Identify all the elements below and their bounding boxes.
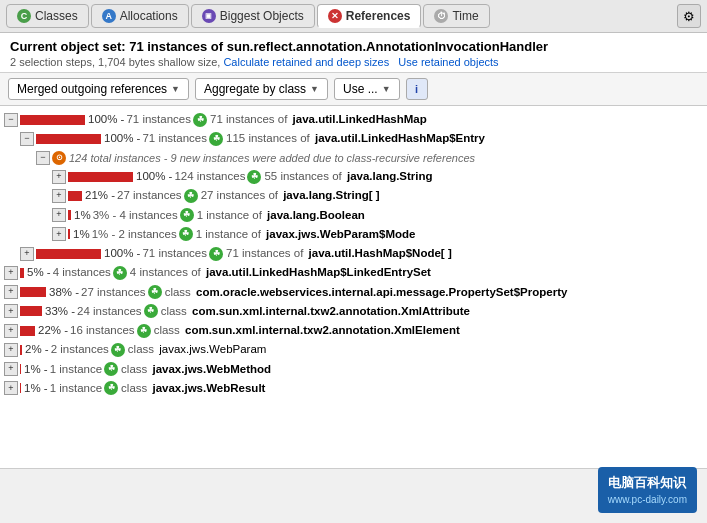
current-set-text: Current object set: 71 instances of sun.…: [10, 39, 548, 54]
aggregate-by-class-dropdown[interactable]: Aggregate by class ▼: [195, 78, 328, 100]
object-icon: ☘: [104, 381, 118, 395]
watermark: 电脑百科知识 www.pc-daily.com: [598, 467, 697, 514]
sub-info-text: 2 selection steps, 1,704 bytes shallow s…: [10, 56, 220, 68]
tab-references-label: References: [346, 9, 411, 23]
object-icon: ☘: [180, 208, 194, 222]
tree-row[interactable]: + 33% - 24 instances ☘ class com.sun.xml…: [4, 302, 703, 321]
object-icon: ☘: [111, 343, 125, 357]
expander-icon[interactable]: +: [4, 285, 18, 299]
merged-outgoing-label: Merged outgoing references: [17, 82, 167, 96]
expander-icon[interactable]: +: [4, 343, 18, 357]
object-icon: ☘: [137, 324, 151, 338]
merged-outgoing-dropdown[interactable]: Merged outgoing references ▼: [8, 78, 189, 100]
toolbar-settings-area: ⚙: [677, 4, 701, 28]
aggregate-label: Aggregate by class: [204, 82, 306, 96]
usage-bar: [20, 287, 46, 297]
tree-row[interactable]: − 100% - 71 instances ☘ 71 instances of …: [4, 110, 703, 129]
toolbar: C Classes A Allocations ▣ Biggest Object…: [0, 0, 707, 33]
tree-row[interactable]: − ⊙ 124 total instances - 9 new instance…: [4, 149, 703, 168]
use-retained-link[interactable]: Use retained objects: [398, 56, 498, 68]
usage-bar: [36, 134, 101, 144]
expander-icon[interactable]: +: [4, 381, 18, 395]
tree-area: − 100% - 71 instances ☘ 71 instances of …: [0, 106, 707, 469]
object-icon: ☘: [113, 266, 127, 280]
usage-bar: [20, 115, 85, 125]
current-object-set: Current object set: 71 instances of sun.…: [10, 39, 697, 54]
tree-row[interactable]: + 1% - 1 instance ☘ class javax.jws.WebR…: [4, 379, 703, 398]
expander-icon[interactable]: +: [20, 247, 34, 261]
use-label: Use ...: [343, 82, 378, 96]
tree-row[interactable]: − 100% - 71 instances ☘ 115 instances of…: [4, 129, 703, 148]
object-icon: ☘: [184, 189, 198, 203]
expander-icon[interactable]: +: [52, 227, 66, 241]
usage-bar: [20, 268, 24, 278]
allocations-icon: A: [102, 9, 116, 23]
object-icon: ☘: [148, 285, 162, 299]
expander-icon[interactable]: −: [20, 132, 34, 146]
settings-button[interactable]: ⚙: [677, 4, 701, 28]
tab-time-label: Time: [452, 9, 478, 23]
usage-bar: [36, 249, 101, 259]
watermark-url: www.pc-daily.com: [608, 492, 687, 507]
object-icon: ☘: [193, 113, 207, 127]
controls-row: Merged outgoing references ▼ Aggregate b…: [0, 73, 707, 106]
object-icon: ⊙: [52, 151, 66, 165]
tab-biggest-label: Biggest Objects: [220, 9, 304, 23]
use-dropdown[interactable]: Use ... ▼: [334, 78, 400, 100]
classes-icon: C: [17, 9, 31, 23]
usage-bar: [68, 191, 82, 201]
tab-time[interactable]: ⏱ Time: [423, 4, 489, 28]
object-icon: ☘: [144, 304, 158, 318]
time-icon: ⏱: [434, 9, 448, 23]
expander-icon[interactable]: +: [52, 189, 66, 203]
tree-row[interactable]: + 38% - 27 instances ☘ class com.oracle.…: [4, 283, 703, 302]
info-bar: Current object set: 71 instances of sun.…: [0, 33, 707, 73]
usage-bar: [20, 364, 21, 374]
expander-icon[interactable]: −: [36, 151, 50, 165]
sub-info: 2 selection steps, 1,704 bytes shallow s…: [10, 56, 697, 68]
expander-icon[interactable]: +: [4, 304, 18, 318]
expander-icon[interactable]: +: [52, 208, 66, 222]
expander-icon[interactable]: +: [4, 324, 18, 338]
tree-row[interactable]: + 1% 3% - 4 instances ☘ 1 instance of ja…: [4, 206, 703, 225]
usage-bar: [68, 229, 70, 239]
tab-classes-label: Classes: [35, 9, 78, 23]
usage-bar: [68, 210, 71, 220]
chevron-down-icon-2: ▼: [310, 84, 319, 94]
watermark-brand: 电脑百科知识: [608, 473, 687, 493]
references-icon: ✕: [328, 9, 342, 23]
info-icon: i: [415, 83, 418, 95]
tree-row[interactable]: + 100% - 71 instances ☘ 71 instances of …: [4, 244, 703, 263]
usage-bar: [20, 383, 21, 393]
expander-icon[interactable]: +: [4, 362, 18, 376]
usage-bar: [20, 345, 22, 355]
tab-classes[interactable]: C Classes: [6, 4, 89, 28]
calculate-retained-link[interactable]: Calculate retained and deep sizes: [223, 56, 389, 68]
object-icon: ☘: [209, 132, 223, 146]
object-icon: ☘: [104, 362, 118, 376]
tree-row[interactable]: + 5% - 4 instances ☘ 4 instances of java…: [4, 263, 703, 282]
tree-row[interactable]: + 22% - 16 instances ☘ class com.sun.xml…: [4, 321, 703, 340]
expander-icon[interactable]: +: [52, 170, 66, 184]
tab-biggest[interactable]: ▣ Biggest Objects: [191, 4, 315, 28]
tree-row[interactable]: + 100% - 124 instances ☘ 55 instances of…: [4, 167, 703, 186]
expander-icon[interactable]: −: [4, 113, 18, 127]
tab-allocations[interactable]: A Allocations: [91, 4, 189, 28]
tree-row[interactable]: + 21% - 27 instances ☘ 27 instances of j…: [4, 186, 703, 205]
usage-bar: [20, 306, 42, 316]
usage-bar: [20, 326, 35, 336]
tree-row[interactable]: + 1% 1% - 2 instances ☘ 1 instance of ja…: [4, 225, 703, 244]
object-icon: ☘: [247, 170, 261, 184]
info-button[interactable]: i: [406, 78, 428, 100]
object-icon: ☘: [179, 227, 193, 241]
tree-row[interactable]: + 1% - 1 instance ☘ class javax.jws.WebM…: [4, 360, 703, 379]
expander-icon[interactable]: +: [4, 266, 18, 280]
tab-allocations-label: Allocations: [120, 9, 178, 23]
tab-references[interactable]: ✕ References: [317, 4, 422, 28]
biggest-icon: ▣: [202, 9, 216, 23]
chevron-down-icon: ▼: [171, 84, 180, 94]
chevron-down-icon-3: ▼: [382, 84, 391, 94]
tree-row[interactable]: + 2% - 2 instances ☘ class javax.jws.Web…: [4, 340, 703, 359]
usage-bar: [68, 172, 133, 182]
object-icon: ☘: [209, 247, 223, 261]
